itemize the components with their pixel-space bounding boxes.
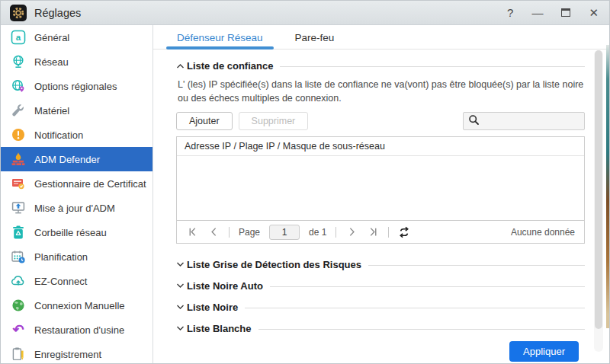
sidebar-item-registration[interactable]: Enregistrement <box>1 342 152 363</box>
chevron-up-icon <box>176 63 185 69</box>
sidebar-item-notification[interactable]: Notification <box>1 123 152 147</box>
trusted-ip-table: Adresse IP / Plage IP / Masque de sous-r… <box>176 136 585 244</box>
sidebar-item-label: Général <box>34 32 69 43</box>
sidebar-item-network-recycle-bin[interactable]: Corbeille réseau <box>1 220 152 244</box>
scrollbar-thumb[interactable] <box>595 50 602 329</box>
table-body-empty <box>177 156 584 220</box>
certificate-icon <box>11 176 26 191</box>
delete-button[interactable]: Supprimer <box>239 112 309 130</box>
sidebar-item-regional-options[interactable]: Options régionales <box>1 74 152 98</box>
sidebar-item-adm-defender[interactable]: ADM Defender <box>1 147 152 171</box>
section-header-blacklist[interactable]: Liste Noire <box>176 296 585 318</box>
sidebar-item-certificate-manager[interactable]: Gestionnaire de Certificat <box>1 171 152 196</box>
sidebar-item-label: Mise à jour d'ADM <box>34 203 115 214</box>
sidebar-item-general[interactable]: a Général <box>1 25 152 49</box>
tab-network-defender[interactable]: Défenseur Réseau <box>166 27 274 49</box>
section-header-whitelist[interactable]: Liste Blanche <box>176 318 585 339</box>
network-defender-pane: Liste de confiance L' (les) IP spécifiée… <box>153 49 609 363</box>
next-page-button[interactable] <box>345 226 358 238</box>
sidebar-item-factory-reset[interactable]: ↶ Restauration d'usine <box>1 318 152 342</box>
trusted-list-description: L' (les) IP spécifiée(s) dans la liste d… <box>178 78 585 105</box>
section-title: Liste Blanche <box>187 323 252 334</box>
sidebar-item-label: Planification <box>34 251 88 263</box>
pagination-divider <box>388 227 389 238</box>
add-button[interactable]: Ajouter <box>176 112 233 130</box>
monitor-update-icon <box>11 200 26 216</box>
section-divider <box>245 308 585 308</box>
settings-app-icon <box>10 5 27 21</box>
wrench-icon <box>11 103 26 118</box>
asustor-logo-icon: a <box>11 30 26 45</box>
chevron-down-icon <box>176 283 185 289</box>
sidebar-item-label: Restauration d'usine <box>34 324 124 336</box>
pagination-divider <box>336 227 336 238</box>
alert-icon <box>11 127 26 142</box>
section-title: Liste Noire <box>187 302 238 313</box>
first-page-button[interactable] <box>186 226 198 238</box>
table-column-header[interactable]: Adresse IP / Plage IP / Masque de sous-r… <box>177 137 584 156</box>
empty-table-message: Aucune donnée <box>511 227 575 238</box>
desktop-wallpaper-sliver <box>606 45 609 328</box>
settings-window: Réglages ? — ✕ a Général <box>0 0 610 364</box>
section-header-auto-blacklist[interactable]: Liste Noire Auto <box>176 275 585 296</box>
close-button[interactable]: ✕ <box>589 7 599 18</box>
settings-sidebar: a Général Réseau <box>1 25 153 363</box>
sidebar-item-label: Enregistrement <box>34 349 101 360</box>
page-label: Page <box>239 227 260 238</box>
search-box <box>463 112 585 130</box>
sidebar-item-hardware[interactable]: Matériel <box>1 98 152 123</box>
window-title: Réglages <box>34 7 81 19</box>
apply-button[interactable]: Appliquer <box>509 341 579 362</box>
sidebar-item-label: Corbeille réseau <box>34 227 107 238</box>
sidebar-item-label: ADM Defender <box>34 154 100 165</box>
pagination-bar: Page de 1 <box>177 220 584 243</box>
section-title: Liste Noire Auto <box>187 280 263 292</box>
sidebar-item-network[interactable]: Réseau <box>1 49 152 74</box>
pagination-divider <box>229 227 230 238</box>
page-total-label: de 1 <box>309 227 326 238</box>
section-header-trusted-list[interactable]: Liste de confiance <box>176 59 585 72</box>
sidebar-item-label: EZ-Connect <box>34 276 87 287</box>
previous-page-button[interactable] <box>207 226 220 238</box>
green-globe-icon <box>11 298 26 313</box>
help-button[interactable]: ? <box>507 7 513 18</box>
chevron-down-icon <box>176 304 185 310</box>
clipboard-pencil-icon <box>11 346 26 362</box>
tab-firewall[interactable]: Pare-feu <box>284 27 345 49</box>
section-header-risk-greylist[interactable]: Liste Grise de Détection des Risques <box>176 254 585 275</box>
cloud-upload-icon <box>11 273 26 289</box>
section-divider <box>270 286 585 287</box>
sidebar-item-label: Connexion Manuelle <box>34 300 125 311</box>
collapsed-sections: Liste Grise de Détection des Risques Lis… <box>176 254 585 339</box>
globe-icon <box>11 54 26 69</box>
refresh-icon[interactable] <box>398 226 410 238</box>
sidebar-item-scheduling[interactable]: Planification <box>1 244 152 269</box>
sidebar-item-ez-connect[interactable]: EZ-Connect <box>1 269 152 293</box>
sidebar-item-label: Notification <box>34 129 83 141</box>
sidebar-item-label: Gestionnaire de Certificat <box>34 178 146 190</box>
sidebar-item-adm-update[interactable]: Mise à jour d'ADM <box>1 196 152 220</box>
undo-arrow-icon: ↶ <box>11 322 26 337</box>
minimize-button[interactable]: — <box>531 7 543 18</box>
page-number-input[interactable] <box>269 225 300 240</box>
search-input[interactable] <box>483 116 580 126</box>
section-title: Liste Grise de Détection des Risques <box>187 259 361 270</box>
section-title: Liste de confiance <box>187 60 273 72</box>
sidebar-item-label: Options régionales <box>34 81 117 92</box>
sidebar-item-label: Réseau <box>34 56 69 68</box>
maximize-button[interactable] <box>561 8 570 17</box>
sidebar-item-manual-connect[interactable]: Connexion Manuelle <box>1 293 152 318</box>
search-icon <box>468 114 480 129</box>
recycle-bin-icon <box>11 225 26 240</box>
trusted-list-toolbar: Ajouter Supprimer <box>176 112 585 130</box>
tabs-bar: Défenseur Réseau Pare-feu <box>153 25 609 49</box>
section-divider <box>280 66 585 67</box>
window-titlebar[interactable]: Réglages ? — ✕ <box>1 1 609 25</box>
chevron-down-icon <box>176 261 185 267</box>
last-page-button[interactable] <box>367 226 379 238</box>
section-divider <box>368 265 585 266</box>
calendar-clock-icon <box>11 249 26 264</box>
svg-text:a: a <box>16 33 21 42</box>
settings-content: Défenseur Réseau Pare-feu Liste de confi… <box>153 25 609 363</box>
globe-pin-icon <box>11 78 26 94</box>
